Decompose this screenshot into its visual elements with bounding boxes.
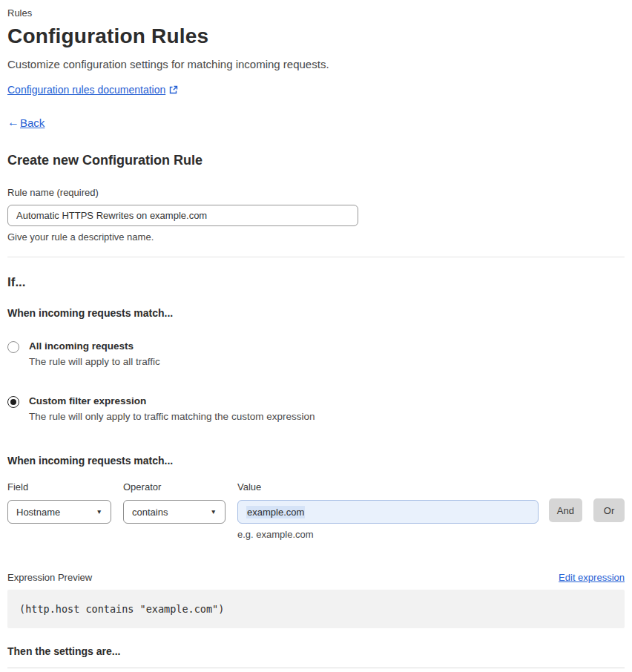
expression-builder-row: Field Hostname ▼ Operator contains ▼ Val… — [7, 481, 625, 540]
value-help: e.g. example.com — [237, 529, 539, 540]
or-button[interactable]: Or — [593, 498, 625, 522]
rule-name-help: Give your rule a descriptive name. — [7, 231, 625, 243]
expression-code-block: (http.host contains "example.com") — [7, 590, 625, 628]
back-arrow-icon: ← — [7, 116, 19, 129]
operator-label: Operator — [123, 481, 226, 493]
expression-preview-label: Expression Preview — [7, 572, 92, 583]
field-select-value: Hostname — [16, 507, 60, 518]
back-link[interactable]: ← Back — [7, 116, 625, 129]
match-heading: When incoming requests match... — [7, 307, 625, 319]
value-input[interactable]: example.com — [237, 500, 539, 524]
chevron-down-icon: ▼ — [211, 508, 217, 515]
breadcrumb: Rules — [7, 7, 625, 19]
operator-select-value: contains — [132, 507, 168, 518]
create-rule-heading: Create new Configuration Rule — [7, 153, 625, 168]
radio-option-label: All incoming requests — [29, 340, 160, 352]
builder-heading: When incoming requests match... — [7, 455, 625, 467]
divider — [7, 257, 625, 257]
then-settings-heading: Then the settings are... — [7, 645, 625, 657]
external-link-icon — [169, 85, 178, 94]
chevron-down-icon: ▼ — [96, 508, 102, 515]
field-label: Field — [7, 481, 111, 493]
field-select[interactable]: Hostname ▼ — [7, 500, 111, 524]
radio-unchecked-icon[interactable] — [7, 341, 19, 353]
radio-option-description: The rule will only apply to traffic matc… — [29, 411, 315, 422]
radio-checked-icon[interactable] — [7, 396, 19, 408]
page-title: Configuration Rules — [7, 24, 625, 48]
value-label: Value — [237, 481, 539, 493]
if-heading: If... — [7, 275, 625, 290]
value-input-text: example.com — [246, 506, 305, 518]
back-link-label: Back — [20, 116, 45, 129]
radio-option-all-requests[interactable]: All incoming requests The rule will appl… — [7, 340, 625, 367]
rule-name-input[interactable] — [7, 205, 358, 226]
and-button[interactable]: And — [549, 498, 582, 522]
edit-expression-link[interactable]: Edit expression — [559, 572, 625, 583]
page-subtitle: Customize configuration settings for mat… — [7, 58, 625, 70]
radio-option-description: The rule will apply to all traffic — [29, 356, 160, 367]
setting-card-automatic-https-rewrites: Automatic HTTPS Rewrites (optional) ✕ Tu… — [7, 668, 625, 672]
operator-select[interactable]: contains ▼ — [123, 500, 226, 524]
radio-option-custom-filter[interactable]: Custom filter expression The rule will o… — [7, 395, 625, 422]
radio-option-label: Custom filter expression — [29, 395, 315, 406]
rule-name-label: Rule name (required) — [7, 187, 625, 198]
configuration-rules-page: Rules Configuration Rules Customize conf… — [0, 0, 632, 672]
documentation-link[interactable]: Configuration rules documentation — [7, 84, 165, 96]
